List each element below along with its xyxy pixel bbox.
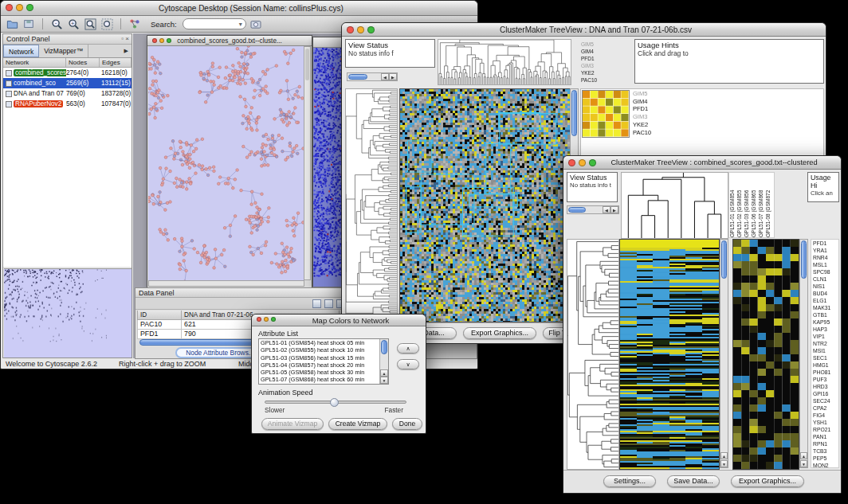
gene-label: NTR2 [813, 340, 838, 347]
tree-hscrollbar[interactable]: ◀ ▶ [567, 205, 619, 214]
annotation-icon[interactable] [128, 18, 142, 31]
gene-label: MON2 [813, 462, 838, 468]
usage-hints-panel: Usage Hi Click an [807, 172, 839, 202]
network-list-filler [3, 109, 132, 267]
col-network[interactable]: Network [3, 58, 66, 67]
network-hscrollbar[interactable] [148, 280, 304, 287]
faster-label: Faster [384, 406, 403, 414]
tab-network[interactable]: Network [3, 45, 39, 57]
attribute-create-icon[interactable] [324, 299, 333, 308]
network-overview-canvas[interactable] [4, 268, 132, 357]
minimize-button[interactable] [357, 26, 364, 33]
gene-label: GTB1 [813, 311, 838, 318]
network-row[interactable]: RNAPuberNov2 563(0) 107847(0) [3, 99, 132, 109]
zoom-in-icon[interactable]: + [66, 18, 80, 31]
export-graphics-button[interactable]: Export Graphics... [463, 327, 536, 339]
gene-label: YRA1 [813, 247, 838, 254]
status-welcome: Welcome to Cytoscape 2.6.2 [6, 359, 97, 369]
tree-hscrollbar[interactable]: ◀ ▶ [347, 72, 398, 81]
col-edges[interactable]: Edges [100, 58, 132, 67]
heatmap-canvas[interactable] [619, 239, 720, 470]
network-row[interactable]: combined_scores 2764(0) 16218(0) [3, 68, 132, 78]
heatmap-vscrollbar[interactable]: ▲ ▼ [720, 239, 728, 468]
network-canvas[interactable] [148, 46, 304, 280]
gene-label: RPN1 [813, 440, 838, 447]
search-input[interactable]: ▾ [183, 18, 246, 29]
zoom-selected-icon[interactable] [100, 18, 114, 31]
gene-label: PAC10 [633, 129, 665, 137]
attribute-item[interactable]: GPL51-04 (GSM857) heat shock 20 min [259, 361, 379, 369]
close-button[interactable] [6, 4, 13, 11]
row-dendrogram-canvas[interactable] [345, 88, 398, 322]
row-dendrogram-canvas[interactable] [567, 239, 619, 470]
tab-overflow-icon[interactable]: ▶ [121, 45, 132, 57]
animate-vizmap-button[interactable]: Animate Vizmap [261, 418, 324, 430]
snapshot-icon[interactable] [249, 18, 263, 31]
view-status-panel: View Status No status info t [567, 172, 618, 202]
gene-label: PAN1 [813, 433, 838, 440]
column-dendrogram-canvas[interactable] [621, 172, 728, 239]
close-button[interactable] [568, 159, 575, 166]
attribute-select-icon[interactable] [312, 299, 321, 308]
network-row-selected[interactable]: combined_sco 2569(6) 13112(15) [3, 78, 132, 88]
network-icon [6, 91, 12, 97]
create-vizmap-button[interactable]: Create Vizmap [328, 418, 387, 430]
dialog-titlebar[interactable]: Map Colors to Network [252, 315, 426, 326]
export-graphics-button[interactable]: Export Graphics... [731, 475, 804, 487]
control-panel-header: Control Panel [3, 34, 132, 45]
network-vscrollbar[interactable] [304, 46, 311, 280]
minimize-button[interactable] [16, 4, 23, 11]
open-icon[interactable] [5, 18, 19, 31]
attribute-listbox[interactable]: GPL51-01 (GSM854) heat shock 05 minGPL51… [258, 338, 389, 385]
minimize-button[interactable] [579, 159, 586, 166]
network-view-2-titlebar[interactable] [313, 37, 342, 48]
panel-float-close-icons[interactable]: ▫ × [121, 35, 129, 42]
animation-speed-slider[interactable] [265, 400, 406, 404]
minimize-button[interactable] [264, 317, 269, 322]
mdi-window-controls[interactable] [152, 38, 171, 43]
attribute-item[interactable]: GPL51-01 (GSM854) heat shock 05 min [259, 339, 379, 346]
correlation-matrix-canvas[interactable] [582, 90, 630, 138]
tab-vizmapper[interactable]: VizMapper™ [39, 45, 88, 57]
column-label: GIM5 [581, 41, 605, 48]
window-title: ClusterMaker TreeView : DNA and Tran 07-… [374, 23, 818, 36]
listbox-vscrollbar[interactable]: ▲ ▼ [379, 339, 388, 384]
dialog-title: Map Colors to Network [284, 315, 418, 326]
done-button[interactable]: Done [392, 418, 422, 430]
column-dendrogram-canvas[interactable] [438, 39, 571, 85]
close-button[interactable] [257, 317, 261, 322]
window-controls [6, 4, 33, 11]
move-up-button[interactable]: ∧ [397, 343, 419, 354]
gene-label: RNR4 [813, 254, 838, 261]
close-button[interactable] [347, 26, 354, 33]
slower-label: Slower [265, 406, 285, 414]
view-status-text: No status info f [348, 49, 432, 57]
window-controls [257, 317, 276, 322]
import-icon[interactable] [22, 18, 36, 31]
treeview1-titlebar[interactable]: ClusterMaker TreeView : DNA and Tran 07-… [342, 23, 826, 37]
network-view-titlebar[interactable]: combined_scores_good.txt--cluste... [147, 36, 312, 46]
zoom-out-icon[interactable]: - [49, 18, 64, 31]
zoom-fit-icon[interactable] [83, 18, 97, 31]
attribute-item[interactable]: GPL51-02 (GSM855) heat shock 10 min [259, 346, 379, 354]
treeview2-titlebar[interactable]: ClusterMaker TreeView : combined_scores_… [563, 156, 841, 170]
col-nodes[interactable]: Nodes [66, 58, 100, 67]
gene-label: GIM5 [633, 90, 665, 98]
column-label: GPL51-01 (GSM854 [729, 173, 736, 237]
heatmap-canvas[interactable] [399, 88, 571, 322]
col-id[interactable]: ID [137, 311, 182, 320]
attribute-item[interactable]: GPL51-03 (GSM856) heat shock 15 min [259, 354, 379, 361]
gene-label: YKE2 [633, 121, 665, 129]
attribute-item[interactable]: GPL51-07 (GSM868) heat shock 60 min [259, 376, 379, 383]
cytoscape-titlebar[interactable]: Cytoscape Desktop (Session Name: collins… [1, 1, 477, 16]
zoom-button[interactable] [271, 317, 276, 322]
save-data-button[interactable]: Save Data... [667, 475, 720, 487]
network-row[interactable]: DNA and Tran 07 769(0) 183728(0) [3, 88, 132, 99]
expression-vscrollbar[interactable]: ▲ ▼ [799, 239, 808, 468]
network-canvas-2[interactable] [313, 48, 342, 287]
attribute-item[interactable]: GPL51-05 (GSM858) heat shock 30 min [259, 369, 379, 376]
move-down-button[interactable]: ∨ [397, 359, 419, 369]
slider-thumb[interactable] [330, 398, 339, 407]
expression-heatmap-canvas[interactable] [732, 239, 799, 470]
settings-button[interactable]: Settings... [603, 475, 656, 487]
